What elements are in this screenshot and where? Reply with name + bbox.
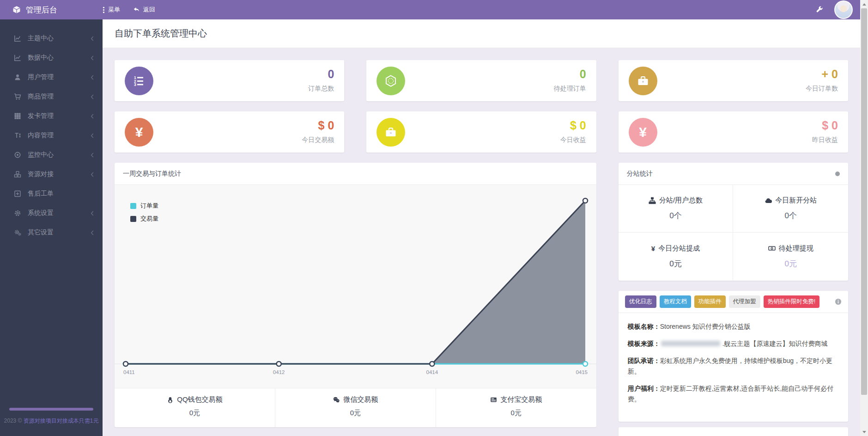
chevron-left-icon [90,230,94,236]
scrollbar-down-arrow[interactable] [860,428,868,436]
substation-value: 0个 [784,210,796,221]
svg-text:0415: 0415 [576,369,588,375]
footer-promo-link[interactable]: 资源对接项目对接成本只需1元 [24,418,99,424]
chevron-left-icon [90,152,94,158]
payment-label: 支付宝交易额 [500,395,542,404]
sidebar-item-label: 数据中心 [28,54,54,62]
sidebar-item-monitor-center[interactable]: 监控中心 [0,145,103,165]
user-icon [14,74,22,81]
team-promise-line: 团队承诺：彩虹系统用户永久免费使用，持续维护模板bug，不定时小更新。 [628,356,839,377]
sidebar-item-theme-center[interactable]: 主题中心 [0,29,103,48]
menu-toggle[interactable]: 菜单 [103,6,120,14]
weekly-chart-plot: 订单量 交易量 0411041204140415 [115,185,596,388]
substation-cell-total-sites: 分站/用户总数 0个 [619,185,734,233]
sidebar-item-label: 资源对接 [28,170,54,178]
template-source-line: 模板来源：.舰云主题【原速建云】知识付费商城 [628,338,839,349]
yen-icon: ¥ [629,118,657,147]
bullseye-icon [14,151,22,159]
svg-text:0411: 0411 [123,369,135,375]
chevron-left-icon [90,36,94,42]
stat-value: $ 0 [812,120,838,131]
topbar: 管理后台 菜单 返回 [0,0,860,19]
status-dot [835,172,840,176]
info-circle-icon[interactable] [835,298,842,305]
stat-value: $ 0 [560,120,586,131]
sidebar-item-card-management[interactable]: 发卡管理 [0,106,103,126]
badge-agent-join[interactable]: 代理加盟 [729,295,760,308]
badge-tutorial-docs[interactable]: 教程文档 [660,295,691,308]
payment-label: QQ钱包交易额 [177,395,222,404]
chart-title: 一周交易与订单统计 [123,170,181,178]
sidebar-item-label: 发卡管理 [28,112,54,120]
sidebar-item-content-management[interactable]: 内容管理 [0,126,103,145]
stat-label: 今日订单数 [806,85,838,93]
brand[interactable]: 管理后台 [0,5,103,15]
user-avatar[interactable] [834,0,853,19]
substation-value: 0元 [784,258,796,269]
page-title: 自助下单系统管理中心 [115,27,207,40]
stat-label: 待处理订单 [554,85,586,93]
stat-card-total-orders: 123 0 订单总数 [115,60,344,101]
scrollbar-thumb[interactable] [861,8,867,395]
stat-value: 0 [554,68,586,80]
reply-arrow-icon [133,6,140,13]
sidebar-item-user-management[interactable]: 用户管理 [0,68,103,87]
stat-card-today-profit: $ 0 今日收益 [366,111,596,153]
grid-icon [14,112,22,120]
stat-value: 0 [308,68,334,80]
template-info-panel: 优化日志 教程文档 功能插件 代理加盟 热销插件限时免费! 模板名称：Store… [619,291,848,422]
substation-label: 今日新开分站 [775,196,817,205]
stat-card-yesterday-profit: ¥ $ 0 昨日收益 [619,111,848,153]
scrollbar-up-arrow[interactable] [860,0,868,8]
sidebar-item-system-settings[interactable]: 系统设置 [0,203,103,223]
settings-wrench-button[interactable] [816,6,823,13]
sidebar-footer-divider [9,408,93,411]
page-scrollbar[interactable] [860,0,868,436]
credit-card-icon [490,396,497,403]
app-title: 管理后台 [26,5,57,15]
legend-item-volume[interactable]: 交易量 [130,215,158,223]
substation-title: 分站统计 [627,170,653,178]
sidebar-item-label: 售后工单 [28,190,54,198]
substation-label: 今日分站提成 [658,244,700,253]
back-button[interactable]: 返回 [133,6,155,14]
substation-cell-new-sites: 今日新开分站 0个 [733,185,848,233]
cubes-icon [14,171,22,178]
legend-swatch-volume [130,216,136,222]
chevron-left-icon [90,74,94,80]
money-bill-icon [768,245,776,252]
template-name-line: 模板名称：Storenews 知识付费分销公益版 [628,321,839,332]
copyright-text: 2023 © [4,418,24,424]
plus-square-icon [14,190,22,197]
badge-hot-plugins-free[interactable]: 热销插件限时免费! [764,295,819,308]
bottom-panel-partial [619,427,848,436]
dots-vertical-icon [103,6,105,13]
sidebar-item-other-settings[interactable]: 其它设置 [0,223,103,242]
legend-item-orders[interactable]: 订单量 [130,202,158,210]
payment-value: 0元 [436,409,596,418]
page-title-bar: 自助下单系统管理中心 [103,19,860,48]
stat-label: 今日交易额 [302,136,334,144]
right-column: 分站统计 分站/用户总数 0个 今日新开分站 0个 ¥今日分站提成 0元 [619,163,848,436]
cloud-icon [765,197,772,204]
sidebar-item-product-management[interactable]: 商品管理 [0,87,103,106]
wechat-icon [333,396,340,403]
substation-panel: 分站统计 分站/用户总数 0个 今日新开分站 0个 ¥今日分站提成 0元 [619,163,848,281]
substation-value: 0个 [669,210,681,221]
badge-optimize-log[interactable]: 优化日志 [625,295,656,308]
stat-label: 订单总数 [308,85,334,93]
weekly-chart-card: 一周交易与订单统计 订单量 交易量 0411041204140415 QQ钱包交… [115,163,596,427]
stat-label: 昨日收益 [812,136,838,144]
badge-feature-plugins[interactable]: 功能插件 [694,295,726,308]
sidebar-item-label: 主题中心 [28,34,54,43]
gear-icon [14,209,22,217]
menu-label: 菜单 [108,6,120,14]
sidebar-item-resource-link[interactable]: 资源对接 [0,165,103,184]
sidebar-item-data-center[interactable]: 数据中心 [0,48,103,68]
svg-text:0412: 0412 [273,369,285,375]
chevron-left-icon [90,55,94,61]
chart-legend: 订单量 交易量 [130,202,158,223]
sidebar-item-aftersale-ticket[interactable]: 售后工单 [0,184,103,203]
sidebar-item-label: 系统设置 [28,209,54,217]
info-label: 用户福利： [628,385,660,392]
